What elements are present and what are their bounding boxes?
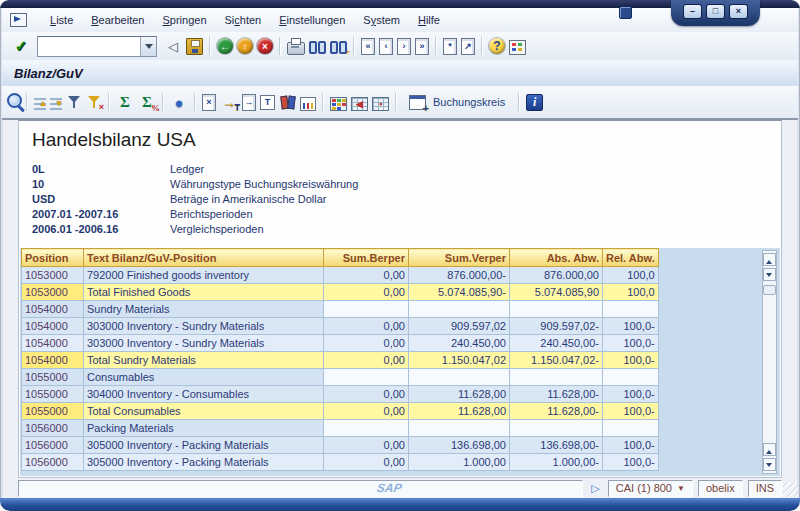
table-row[interactable]: 1054000Total Sundry Materials0,001.150.0… — [22, 352, 659, 369]
cell-text[interactable]: Packing Materials — [84, 420, 324, 437]
cell-rel-abw[interactable]: 100,0- — [603, 437, 659, 454]
alv-grid-icon[interactable] — [330, 97, 347, 111]
cell-sum-berper[interactable]: 0,00 — [324, 386, 409, 403]
scroll-down-button[interactable] — [763, 268, 776, 281]
menu-bearbeiten[interactable]: Bearbeiten — [82, 11, 153, 29]
cell-rel-abw[interactable]: 100,0- — [603, 335, 659, 352]
system-field[interactable]: CAI (1) 800 ▼ — [608, 480, 693, 497]
table-row[interactable]: 1055000Total Consumables0,0011.628,0011.… — [22, 403, 659, 420]
menu-sichten[interactable]: Sichten — [216, 11, 271, 29]
cell-text[interactable]: Total Finished Goods — [84, 284, 324, 301]
cell-sum-berper[interactable] — [324, 301, 409, 318]
cell-text[interactable]: 303000 Inventory - Sundry Materials — [84, 318, 324, 335]
back-icon[interactable]: ← — [217, 38, 233, 54]
cell-rel-abw[interactable]: 100,0- — [603, 318, 659, 335]
sort-ascending-icon[interactable]: ▲ — [34, 98, 46, 110]
first-page-icon[interactable]: « — [361, 38, 375, 55]
print-icon[interactable] — [287, 42, 305, 55]
choose-detail-icon[interactable] — [7, 93, 22, 108]
help-icon[interactable]: ? — [489, 38, 505, 54]
menu-springen[interactable]: Springen — [153, 11, 215, 29]
cell-sum-berper[interactable]: 0,00 — [324, 267, 409, 284]
cell-abs-abw[interactable]: 240.450,00- — [510, 335, 603, 352]
column-header-3[interactable]: Sum.Verper — [409, 249, 510, 267]
cell-abs-abw[interactable]: 136.698,00- — [510, 437, 603, 454]
cell-rel-abw[interactable]: 100,0- — [603, 386, 659, 403]
table-row[interactable]: 1056000Packing Materials — [22, 420, 659, 437]
cell-position[interactable]: 1054000 — [22, 301, 84, 318]
cell-position[interactable]: 1054000 — [22, 318, 84, 335]
cell-position[interactable]: 1056000 — [22, 454, 84, 471]
cell-sum-verper[interactable]: 876.000,00- — [409, 267, 510, 284]
cell-sum-berper[interactable]: 0,00 — [324, 284, 409, 301]
cell-abs-abw[interactable] — [510, 301, 603, 318]
close-button[interactable]: × — [729, 4, 748, 19]
sort-descending-icon[interactable]: ▼ — [50, 98, 62, 110]
maximize-button[interactable]: □ — [706, 4, 725, 19]
cell-rel-abw[interactable]: 100,0- — [603, 403, 659, 420]
save-view-icon[interactable]: ▪ — [372, 97, 389, 111]
cell-sum-verper[interactable]: 5.074.085,90- — [409, 284, 510, 301]
cell-sum-berper[interactable]: 0,00 — [324, 318, 409, 335]
cell-sum-verper[interactable] — [409, 420, 510, 437]
word-processing-icon[interactable]: →T — [220, 93, 238, 111]
total-icon[interactable]: Σ — [116, 93, 134, 111]
cell-sum-berper[interactable]: 0,00 — [324, 335, 409, 352]
scroll-down-button-bottom[interactable] — [763, 458, 776, 471]
table-row[interactable]: 1054000303000 Inventory - Sundry Materia… — [22, 318, 659, 335]
cell-position[interactable]: 1055000 — [22, 403, 84, 420]
cell-abs-abw[interactable]: 5.074.085,90 — [510, 284, 603, 301]
office-icon[interactable] — [279, 95, 296, 110]
cell-text[interactable]: Total Consumables — [84, 403, 324, 420]
resize-grip[interactable] — [783, 482, 798, 497]
command-field-input[interactable] — [38, 39, 140, 54]
cell-sum-berper[interactable]: 0,00 — [324, 437, 409, 454]
cell-sum-berper[interactable]: 0,00 — [324, 352, 409, 369]
table-row[interactable]: 1054000303000 Inventory - Sundry Materia… — [22, 335, 659, 352]
cell-rel-abw[interactable] — [603, 420, 659, 437]
cell-rel-abw[interactable]: 100,0 — [603, 284, 659, 301]
cell-text[interactable]: Sundry Materials — [84, 301, 324, 318]
column-header-0[interactable]: Position — [22, 249, 84, 267]
customize-layout-icon[interactable] — [509, 40, 526, 55]
cell-rel-abw[interactable]: 100,0- — [603, 352, 659, 369]
exit-icon[interactable]: ↑ — [237, 38, 253, 54]
cell-abs-abw[interactable]: 11.628,00- — [510, 403, 603, 420]
table-row[interactable]: 1055000Consumables — [22, 369, 659, 386]
cell-sum-verper[interactable]: 11.628,00 — [409, 403, 510, 420]
cell-sum-verper[interactable]: 136.698,00 — [409, 437, 510, 454]
cell-abs-abw[interactable] — [510, 369, 603, 386]
cancel-icon[interactable]: × — [257, 38, 273, 54]
cell-text[interactable]: Consumables — [84, 369, 324, 386]
status-message-field[interactable]: SAP — [18, 480, 583, 497]
cell-abs-abw[interactable]: 1.150.047,02- — [510, 352, 603, 369]
save-icon[interactable] — [186, 38, 203, 55]
table-row[interactable]: 1054000Sundry Materials — [22, 301, 659, 318]
cell-text[interactable]: 303000 Inventory - Sundry Materials — [84, 335, 324, 352]
cell-position[interactable]: 1056000 — [22, 437, 84, 454]
cell-position[interactable]: 1054000 — [22, 335, 84, 352]
cell-rel-abw[interactable]: 100,0 — [603, 267, 659, 284]
cell-position[interactable]: 1055000 — [22, 369, 84, 386]
cell-position[interactable]: 1054000 — [22, 352, 84, 369]
menu-einstellungen[interactable]: Einstellungen — [270, 11, 354, 29]
cell-text[interactable]: 305000 Inventory - Packing Materials — [84, 454, 324, 471]
table-row[interactable]: 1053000792000 Finished goods inventory0,… — [22, 267, 659, 284]
cell-sum-berper[interactable] — [324, 369, 409, 386]
scroll-up-button-bottom[interactable] — [763, 443, 776, 456]
cell-text[interactable]: 305000 Inventory - Packing Materials — [84, 437, 324, 454]
cell-sum-verper[interactable] — [409, 301, 510, 318]
last-page-icon[interactable]: » — [415, 38, 429, 55]
table-row[interactable]: 1055000304000 Inventory - Consumables0,0… — [22, 386, 659, 403]
cell-abs-abw[interactable]: 11.628,00- — [510, 386, 603, 403]
cell-abs-abw[interactable]: 876.000,00 — [510, 267, 603, 284]
subtotal-icon[interactable]: Σ% — [138, 93, 156, 111]
scrollbar-thumb[interactable] — [763, 285, 776, 295]
cell-sum-verper[interactable]: 1.000,00 — [409, 454, 510, 471]
set-filter-icon[interactable] — [66, 94, 82, 110]
table-row[interactable]: 1053000Total Finished Goods0,005.074.085… — [22, 284, 659, 301]
find-icon[interactable] — [309, 39, 326, 54]
cell-sum-verper[interactable]: 11.628,00 — [409, 386, 510, 403]
command-field-dropdown-icon[interactable] — [140, 37, 156, 56]
cell-rel-abw[interactable] — [603, 301, 659, 318]
